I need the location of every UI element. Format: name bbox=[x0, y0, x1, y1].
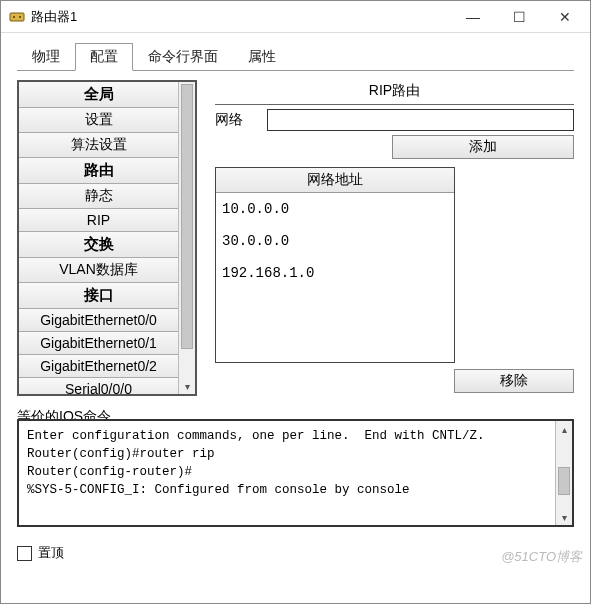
ios-section: 等价的IOS命令 Enter configuration commands, o… bbox=[1, 402, 590, 534]
sidebar-item-static[interactable]: 静态 bbox=[19, 184, 178, 209]
rip-panel: RIP路由 网络 添加 网络地址 10.0.0.0 30.0.0.0 192.1… bbox=[215, 80, 574, 396]
ios-line: %SYS-5-CONFIG_I: Configured from console… bbox=[27, 483, 410, 497]
network-row: 网络 bbox=[215, 109, 574, 133]
maximize-button[interactable]: ☐ bbox=[496, 2, 542, 32]
sidebar-item-ge00[interactable]: GigabitEthernet0/0 bbox=[19, 309, 178, 332]
add-button[interactable]: 添加 bbox=[392, 135, 574, 159]
window-title: 路由器1 bbox=[31, 8, 450, 26]
sidebar-item-vlan[interactable]: VLAN数据库 bbox=[19, 258, 178, 283]
ios-line: Router(config)#router rip bbox=[27, 447, 215, 461]
ios-box: Enter configuration commands, one per li… bbox=[17, 419, 574, 527]
window-controls: — ☐ ✕ bbox=[450, 2, 588, 32]
tab-attributes[interactable]: 属性 bbox=[233, 43, 291, 71]
close-button[interactable]: ✕ bbox=[542, 2, 588, 32]
ios-output[interactable]: Enter configuration commands, one per li… bbox=[19, 421, 555, 525]
sidebar-item-ge02[interactable]: GigabitEthernet0/2 bbox=[19, 355, 178, 378]
network-input[interactable] bbox=[267, 109, 574, 131]
network-table: 网络地址 10.0.0.0 30.0.0.0 192.168.1.0 bbox=[215, 167, 455, 363]
svg-point-2 bbox=[19, 16, 21, 18]
watermark: @51CTO博客 bbox=[501, 548, 582, 566]
sidebar-header-routing[interactable]: 路由 bbox=[19, 158, 178, 184]
tab-cli[interactable]: 命令行界面 bbox=[133, 43, 233, 71]
sidebar-item-serial000[interactable]: Serial0/0/0 bbox=[19, 378, 178, 394]
sidebar-item-settings[interactable]: 设置 bbox=[19, 108, 178, 133]
rip-title: RIP路由 bbox=[215, 80, 574, 104]
sidebar-item-rip[interactable]: RIP bbox=[19, 209, 178, 232]
tab-physical[interactable]: 物理 bbox=[17, 43, 75, 71]
sidebar-item-algorithm[interactable]: 算法设置 bbox=[19, 133, 178, 158]
svg-rect-0 bbox=[10, 13, 24, 21]
scroll-thumb[interactable] bbox=[558, 467, 570, 495]
sidebar-header-switching[interactable]: 交换 bbox=[19, 232, 178, 258]
divider bbox=[215, 104, 574, 105]
app-window: 路由器1 — ☐ ✕ 物理 配置 命令行界面 属性 全局 设置 算法设置 路由 … bbox=[0, 0, 591, 604]
svg-point-1 bbox=[13, 16, 15, 18]
sidebar-scrollbar[interactable]: ▴ ▾ bbox=[178, 82, 195, 394]
sidebar-header-global[interactable]: 全局 bbox=[19, 82, 178, 108]
sidebar: 全局 设置 算法设置 路由 静态 RIP 交换 VLAN数据库 接口 Gigab… bbox=[17, 80, 197, 396]
sidebar-item-ge01[interactable]: GigabitEthernet0/1 bbox=[19, 332, 178, 355]
scroll-down-icon[interactable]: ▾ bbox=[556, 509, 572, 525]
ios-scrollbar[interactable]: ▴ ▾ bbox=[555, 421, 572, 525]
content-body: 全局 设置 算法设置 路由 静态 RIP 交换 VLAN数据库 接口 Gigab… bbox=[1, 72, 590, 402]
scroll-thumb[interactable] bbox=[181, 84, 193, 349]
table-row[interactable]: 10.0.0.0 bbox=[216, 193, 454, 225]
scroll-down-icon[interactable]: ▾ bbox=[179, 378, 195, 394]
tab-config[interactable]: 配置 bbox=[75, 43, 133, 71]
sidebar-list: 全局 设置 算法设置 路由 静态 RIP 交换 VLAN数据库 接口 Gigab… bbox=[19, 82, 178, 394]
table-row[interactable]: 30.0.0.0 bbox=[216, 225, 454, 257]
table-row[interactable]: 192.168.1.0 bbox=[216, 257, 454, 289]
sidebar-header-interface[interactable]: 接口 bbox=[19, 283, 178, 309]
always-on-top-checkbox[interactable] bbox=[17, 546, 32, 561]
ios-line: Enter configuration commands, one per li… bbox=[27, 429, 485, 443]
network-table-header: 网络地址 bbox=[216, 168, 454, 193]
network-label: 网络 bbox=[215, 111, 261, 129]
minimize-button[interactable]: — bbox=[450, 2, 496, 32]
footer: 置顶 @51CTO博客 bbox=[1, 534, 590, 572]
always-on-top-label: 置顶 bbox=[38, 544, 64, 562]
app-icon bbox=[9, 9, 25, 25]
tabbar: 物理 配置 命令行界面 属性 bbox=[1, 33, 590, 71]
titlebar: 路由器1 — ☐ ✕ bbox=[1, 1, 590, 33]
remove-button[interactable]: 移除 bbox=[454, 369, 574, 393]
ios-line: Router(config-router)# bbox=[27, 465, 192, 479]
scroll-up-icon[interactable]: ▴ bbox=[556, 421, 572, 437]
